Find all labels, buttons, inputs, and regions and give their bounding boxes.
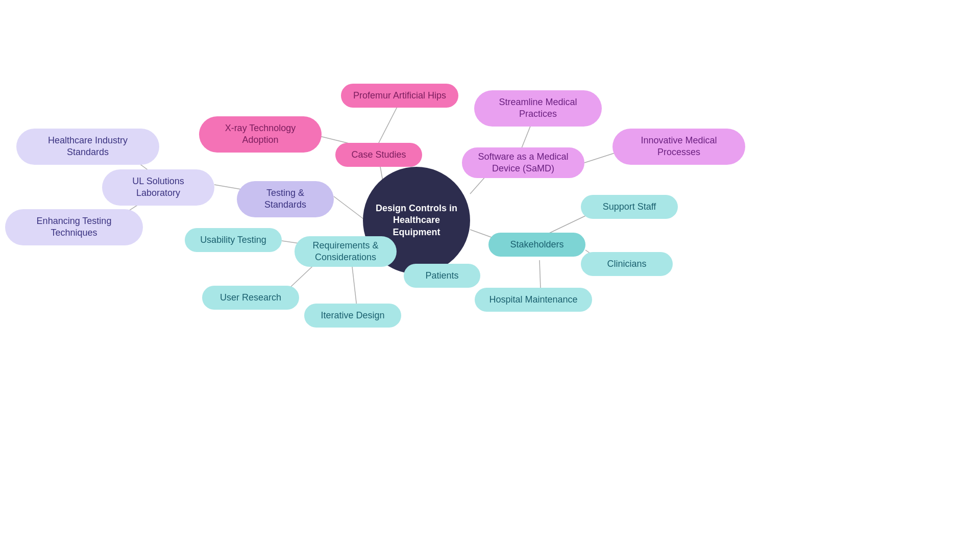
clinicians-node: Clinicians bbox=[581, 252, 673, 276]
testing-standards-node: Testing & Standards bbox=[237, 181, 334, 217]
enhancing-node: Enhancing Testing Techniques bbox=[5, 209, 143, 245]
healthcare-node: Healthcare Industry Standards bbox=[16, 129, 159, 165]
profemur-node: Profemur Artificial Hips bbox=[341, 84, 458, 108]
svg-line-0 bbox=[334, 196, 365, 220]
support-staff-node: Support Staff bbox=[581, 195, 678, 219]
hospital-node: Hospital Maintenance bbox=[475, 288, 592, 312]
xray-node: X-ray Technology Adoption bbox=[199, 116, 322, 153]
usability-node: Usability Testing bbox=[185, 228, 282, 252]
svg-line-5 bbox=[379, 102, 400, 143]
samd-node: Software as a Medical Device (SaMD) bbox=[462, 147, 584, 178]
ul-lab-node: UL Solutions Laboratory bbox=[102, 169, 214, 206]
case-studies-node: Case Studies bbox=[335, 143, 422, 167]
user-research-node: User Research bbox=[202, 286, 299, 310]
patients-node: Patients bbox=[404, 264, 480, 288]
requirements-node: Requirements & Considerations bbox=[295, 236, 397, 267]
streamline-node: Streamline Medical Practices bbox=[474, 90, 602, 127]
innovative-node: Innovative Medical Processes bbox=[612, 129, 745, 165]
iterative-node: Iterative Design bbox=[304, 304, 401, 328]
stakeholders-node: Stakeholders bbox=[488, 233, 585, 257]
